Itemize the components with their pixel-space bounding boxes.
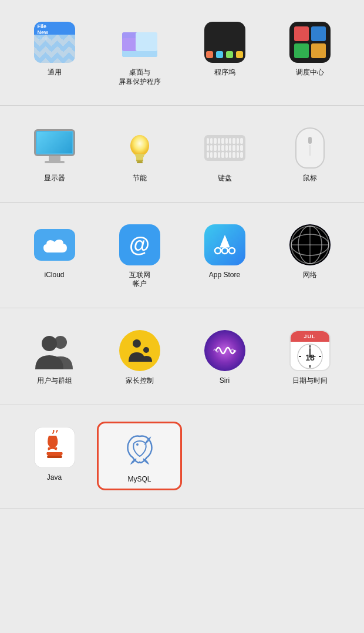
empty-cell-2 (267, 422, 352, 491)
bulb-svg (123, 132, 156, 164)
siri-svg (211, 337, 238, 364)
svg-rect-6 (137, 161, 143, 163)
item-monitor[interactable]: 显示器 (12, 122, 97, 188)
app-store-label: App Store (209, 271, 240, 280)
network-icon (289, 224, 331, 265)
item-general[interactable]: FileNewOne 通用 (12, 16, 97, 91)
parental-svg (126, 337, 153, 364)
mysql-label: MySQL (127, 475, 151, 484)
monitor-screen (34, 129, 75, 156)
item-siri[interactable]: Siri (182, 325, 267, 390)
item-app-store[interactable]: App Store (182, 219, 267, 294)
svg-point-9 (222, 248, 228, 254)
svg-point-8 (215, 248, 221, 254)
internet-accounts-label: 互联网 帐户 (129, 271, 150, 289)
icloud-icon (34, 229, 75, 261)
siri-icon-wrap (204, 329, 246, 372)
item-mouse[interactable]: 鼠标 (267, 122, 352, 188)
monitor-icon (34, 129, 75, 163)
empty-cell-1 (182, 422, 267, 491)
users-groups-label: 用户与群组 (37, 376, 72, 386)
app-store-icon-wrap (204, 224, 246, 266)
mouse-icon (295, 127, 325, 169)
item-desktop-screensaver[interactable]: 桌面与 屏幕保护程序 (97, 16, 182, 91)
mouse-icon-container (289, 127, 331, 169)
datetime-header: JUL (291, 331, 329, 342)
datetime-body: 18 (291, 342, 329, 371)
java-icon (34, 427, 75, 468)
users-groups-icon-wrap (33, 329, 76, 372)
item-users-groups[interactable]: 用户与群组 (12, 325, 97, 390)
section-hardware: 显示器 (0, 106, 364, 203)
svg-rect-3 (136, 32, 157, 51)
internet-accounts-icon: @ (119, 224, 160, 265)
dock-icon (204, 22, 245, 63)
mouse-label: 鼠标 (303, 174, 317, 183)
general-label: 通用 (48, 68, 62, 78)
section-other: Java (0, 405, 364, 509)
item-java[interactable]: Java (12, 422, 97, 491)
network-label: 网络 (303, 271, 317, 280)
energy-icon (119, 127, 160, 169)
icloud-label: iCloud (44, 271, 64, 280)
section-system: 用户与群组 家长控制 (0, 308, 364, 405)
grid-4: 用户与群组 家长控制 (12, 325, 352, 390)
item-mission-control[interactable]: 调度中心 (267, 16, 352, 91)
datetime-label: 日期与时间 (292, 376, 328, 386)
svg-point-20 (143, 347, 149, 353)
dock-label: 程序坞 (214, 68, 235, 78)
item-icloud[interactable]: iCloud (12, 219, 97, 294)
item-internet-accounts[interactable]: @ 互联网 帐户 (97, 219, 182, 294)
desktop-label: 桌面与 屏幕保护程序 (119, 68, 161, 86)
desktop-icon-wrap (119, 21, 161, 63)
svg-point-29 (309, 355, 311, 358)
keyboard-label: 键盘 (218, 174, 232, 183)
mc-label: 调度中心 (296, 68, 324, 78)
java-label: Java (47, 473, 62, 483)
svg-point-18 (42, 336, 57, 351)
item-keyboard[interactable]: 键盘 (182, 122, 267, 188)
mysql-icon (119, 429, 160, 470)
parental-icon-wrap (119, 329, 161, 372)
datetime-icon: JUL 18 (289, 330, 331, 371)
svg-point-10 (229, 248, 235, 254)
appstore-svg (212, 232, 238, 258)
icloud-icon-wrap (33, 224, 76, 266)
grid-1: FileNewOne 通用 桌面与 屏幕保护程序 (12, 16, 352, 91)
app-store-icon (204, 224, 245, 265)
parental-icon (119, 330, 160, 371)
datetime-icon-wrap: JUL 18 (289, 329, 331, 372)
mysql-icon-wrap (119, 428, 161, 470)
item-dock[interactable]: 程序坞 (182, 16, 267, 91)
grid-3: iCloud @ 互联网 帐户 (12, 219, 352, 294)
item-network[interactable]: 网络 (267, 219, 352, 294)
item-date-time[interactable]: JUL 18 (267, 325, 352, 390)
clock-svg: 18 (296, 343, 323, 370)
monitor-icon-wrap (33, 127, 76, 169)
mysql-svg (122, 432, 157, 467)
mission-control-icon (289, 22, 331, 63)
energy-label: 节能 (133, 174, 147, 183)
section-internet: iCloud @ 互联网 帐户 (0, 203, 364, 308)
mc-icon-wrap (289, 21, 331, 63)
network-svg (289, 224, 331, 265)
general-icon-wrap: FileNewOne (33, 21, 76, 63)
siri-label: Siri (220, 376, 230, 386)
datetime-month: JUL (304, 334, 315, 339)
java-svg (40, 430, 69, 465)
java-icon-wrap (33, 426, 76, 469)
monitor-label: 显示器 (44, 174, 65, 183)
energy-icon-wrap (119, 127, 161, 169)
grid-5: Java (12, 422, 352, 491)
keyboard-icon-wrap (204, 127, 246, 169)
general-icon: FileNewOne (34, 22, 75, 63)
item-energy[interactable]: 节能 (97, 122, 182, 188)
item-mysql[interactable]: MySQL (97, 422, 182, 491)
icloud-svg (40, 235, 69, 255)
desktop-screensaver-icon (119, 22, 160, 63)
section-general: FileNewOne 通用 桌面与 屏幕保护程序 (0, 0, 364, 106)
svg-point-31 (136, 443, 139, 446)
item-parental-controls[interactable]: 家长控制 (97, 325, 182, 390)
internet-accounts-icon-wrap: @ (119, 224, 161, 266)
svg-rect-30 (47, 456, 62, 458)
